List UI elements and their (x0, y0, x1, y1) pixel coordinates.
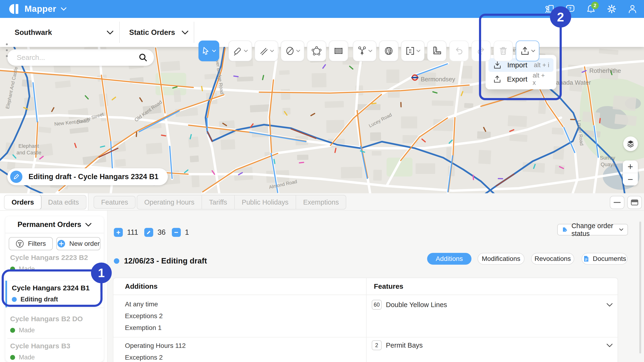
map-label-elephant-2: and Castle (16, 150, 41, 156)
chevron-down-icon (244, 50, 248, 52)
change-order-status-button[interactable]: Change order status (557, 224, 628, 236)
revocations-count: 1 (185, 228, 189, 236)
document-icon (583, 256, 590, 262)
zoom-in-button[interactable]: + (623, 160, 638, 173)
kebab-menu-icon[interactable] (6, 42, 8, 58)
status-dot-made (10, 355, 15, 360)
expand-panel-icon (631, 200, 638, 206)
export-label: Export (507, 75, 528, 83)
notification-count-badge: 2 (591, 2, 599, 9)
line-tool-button[interactable] (254, 40, 278, 61)
order-list-item[interactable]: Cycle Hangars 2223 B2 Made (6, 254, 104, 277)
notifications-icon[interactable]: 2 (586, 4, 596, 14)
help-icon[interactable]: ? (565, 4, 576, 14)
export-shortcut: alt + x (532, 72, 549, 86)
menu-item-export[interactable]: Export alt + x (488, 72, 554, 86)
sidebar-scrollbar[interactable] (100, 282, 102, 292)
settings-gear-icon[interactable] (606, 4, 617, 14)
export-icon (493, 74, 502, 84)
modifications-count-icon (144, 228, 153, 237)
revocations-count-icon: − (172, 228, 181, 237)
order-name: Cycle Hangars B3 (10, 342, 99, 350)
addition-line: Operating Hours 112 (125, 340, 186, 352)
ruler-icon (432, 46, 442, 56)
revocations-filter-label: Revocations (534, 255, 571, 262)
signpost-tool-button[interactable] (353, 40, 376, 61)
tab-orders[interactable]: Orders (4, 195, 42, 210)
delete-button[interactable] (494, 40, 513, 61)
tab-exemptions[interactable]: Exemptions (296, 196, 346, 209)
order-status: Editing draft (20, 296, 58, 303)
change-counts: + 111 36 − 1 (114, 228, 189, 237)
order-title: 12/06/23 - Editing draft (124, 256, 207, 265)
expand-panel-button[interactable] (627, 196, 642, 209)
documents-button[interactable]: Documents (582, 253, 628, 265)
feature-row[interactable]: 2 Permit Bays (372, 340, 613, 350)
tab-features[interactable]: Features (94, 196, 135, 208)
filter-icon (16, 240, 24, 248)
search-icon[interactable] (138, 53, 148, 62)
minimize-panel-button[interactable] (610, 196, 624, 209)
order-name: Cycle Hangars B2 DO (10, 315, 99, 323)
area-selector[interactable]: Southwark (14, 18, 114, 47)
order-name: Cycle Hangars 2223 B2 (10, 254, 99, 262)
restriction-tool-button[interactable] (281, 40, 304, 61)
bay-tool-button[interactable] (228, 40, 252, 61)
status-dot-made (10, 266, 15, 272)
tab-tariffs[interactable]: Tariffs (202, 196, 234, 209)
export-icon (520, 46, 530, 56)
additions-row[interactable]: Operating Hours 112 Exceptions 2 (125, 340, 186, 362)
undo-button[interactable] (449, 40, 468, 61)
zoom-out-button[interactable]: − (623, 173, 638, 186)
filters-button[interactable]: Filters (9, 237, 53, 250)
tab-data-edits[interactable]: Data edits (41, 196, 86, 209)
orders-tab-group: Orders Data edits (4, 195, 86, 210)
chevron-down-icon (212, 50, 216, 52)
mode-selector[interactable]: Static Orders (129, 18, 188, 47)
panel-scrollbar[interactable] (639, 222, 641, 354)
layers-icon (626, 139, 635, 148)
redo-button[interactable] (472, 40, 491, 61)
tab-operating-hours[interactable]: Operating Hours (137, 196, 202, 209)
additions-filter-label: Additions (436, 255, 463, 262)
new-order-button[interactable]: New order (56, 237, 100, 250)
revocations-filter-button[interactable]: Revocations (531, 253, 574, 265)
hatched-area-tool-button[interactable] (379, 40, 398, 61)
features-tab-group: Features (94, 196, 136, 208)
feature-label: Permit Bays (386, 342, 423, 349)
modifications-filter-button[interactable]: Modifications (478, 253, 524, 265)
order-detail-table: Additions Features At any time Exception… (113, 278, 618, 362)
cage-tool-button[interactable] (401, 40, 424, 61)
chevron-down-icon[interactable] (606, 344, 613, 348)
editing-draft-pill[interactable]: Editing draft - Cycle Hangars 2324 B1 (7, 168, 168, 185)
additions-row[interactable]: At any time Exceptions 2 Exemption 1 (125, 298, 163, 334)
order-list-item[interactable]: Cycle Hangars B2 DO Made (6, 312, 104, 338)
tour-icon[interactable] (544, 4, 555, 14)
feature-count-badge: 2 (372, 340, 382, 350)
measure-tool-button[interactable] (427, 40, 446, 61)
order-list-item[interactable]: Cycle Hangars B3 Made (6, 339, 104, 362)
app-logo[interactable]: Mapper (8, 3, 67, 15)
import-icon (493, 60, 502, 70)
map-search (7, 49, 154, 66)
change-status-icon (562, 226, 568, 234)
select-tool-button[interactable] (198, 40, 219, 61)
map-label-rotherhithe: Rotherhithe (589, 67, 621, 74)
search-input[interactable] (17, 54, 138, 62)
layers-button[interactable] (623, 136, 638, 151)
feature-row[interactable]: 60 Double Yellow Lines (372, 300, 613, 310)
mode-selector-label: Static Orders (129, 28, 175, 37)
user-profile-icon[interactable] (627, 4, 638, 14)
chevron-down-icon[interactable] (606, 303, 613, 307)
svg-text:?: ? (569, 6, 572, 11)
additions-filter-button[interactable]: Additions (427, 253, 472, 265)
tab-public-holidays[interactable]: Public Holidays (235, 196, 296, 209)
import-export-button[interactable] (516, 40, 539, 61)
order-list-item-selected[interactable]: Cycle Hangars 2324 B1 Editing draft (6, 281, 104, 307)
polygon-tool-button[interactable] (307, 40, 326, 61)
map-label-bermondsey: Bermondsey (421, 76, 455, 83)
chevron-down-icon (531, 50, 535, 52)
additions-count: 111 (127, 228, 138, 236)
crossing-tool-button[interactable] (329, 40, 348, 61)
order-type-selector[interactable]: Permanent Orders (6, 216, 104, 233)
